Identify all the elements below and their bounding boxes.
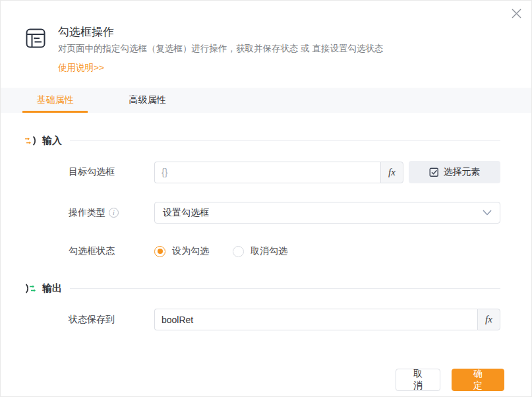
radio-set-checked[interactable]: 设为勾选 (154, 245, 209, 257)
operation-type-selected-value: 设置勾选框 (163, 207, 209, 219)
state-save-row: 状态保存到 fx (24, 309, 500, 330)
radio-unselected-icon (233, 246, 244, 257)
operation-type-label: 操作类型 i (69, 207, 154, 219)
usage-help-link[interactable]: 使用说明>> (58, 62, 104, 74)
target-checkbox-input-group: fx (154, 162, 403, 183)
output-section-title: 输出 (42, 282, 62, 295)
section-divider (70, 288, 500, 289)
confirm-button[interactable]: 确定 (452, 369, 504, 391)
state-save-label: 状态保存到 (69, 314, 154, 326)
checkbox-panel-icon (24, 27, 47, 74)
output-section-header: 输出 (24, 282, 500, 295)
state-save-input[interactable] (154, 309, 477, 330)
input-section-title: 输入 (42, 135, 62, 147)
cancel-button[interactable]: 取消 (396, 369, 440, 391)
checkbox-state-row: 勾选框状态 设为勾选 取消勾选 (24, 245, 500, 257)
checkbox-state-radio-group: 设为勾选 取消勾选 (154, 245, 287, 257)
tab-advanced-properties[interactable]: 高级属性 (115, 88, 180, 113)
fx-expression-button[interactable]: fx (477, 309, 500, 330)
target-checkbox-input[interactable] (154, 162, 380, 183)
operation-type-row: 操作类型 i 设置勾选框 (24, 202, 500, 224)
tab-bar: 基础属性 高级属性 (1, 88, 531, 113)
dialog-content: 输入 目标勾选框 fx 选择元素 操作类型 (1, 135, 531, 330)
checkbox-state-label: 勾选框状态 (69, 245, 154, 257)
fx-expression-button[interactable]: fx (380, 162, 403, 183)
dialog-title: 勾选框操作 (58, 26, 384, 39)
checked-checkbox-icon (429, 168, 439, 177)
dialog-footer: 取消 确定 (396, 369, 504, 391)
target-checkbox-row: 目标勾选框 fx 选择元素 (24, 161, 500, 183)
state-save-input-group: fx (154, 309, 500, 330)
info-icon[interactable]: i (109, 208, 119, 218)
select-element-label: 选择元素 (444, 166, 481, 178)
radio-cancel-checked[interactable]: 取消勾选 (233, 245, 287, 257)
output-arrows-icon (24, 284, 38, 293)
select-element-button[interactable]: 选择元素 (409, 161, 500, 183)
radio-selected-icon (154, 246, 165, 257)
chevron-down-icon (483, 210, 492, 216)
input-arrows-icon (24, 136, 38, 146)
checkbox-operation-dialog: 勾选框操作 对页面中的指定勾选框（复选框）进行操作，获取并保存状态 或 直接设置… (0, 0, 532, 397)
dialog-description: 对页面中的指定勾选框（复选框）进行操作，获取并保存状态 或 直接设置勾选状态 (58, 43, 384, 55)
operation-type-select[interactable]: 设置勾选框 (154, 202, 500, 224)
target-checkbox-label: 目标勾选框 (69, 166, 154, 178)
tab-basic-properties[interactable]: 基础属性 (22, 88, 88, 113)
close-icon (511, 8, 522, 19)
header-text: 勾选框操作 对页面中的指定勾选框（复选框）进行操作，获取并保存状态 或 直接设置… (58, 26, 384, 74)
input-section-header: 输入 (24, 135, 500, 147)
section-divider (70, 140, 500, 141)
dialog-header: 勾选框操作 对页面中的指定勾选框（复选框）进行操作，获取并保存状态 或 直接设置… (1, 1, 531, 74)
close-button[interactable] (509, 6, 523, 20)
